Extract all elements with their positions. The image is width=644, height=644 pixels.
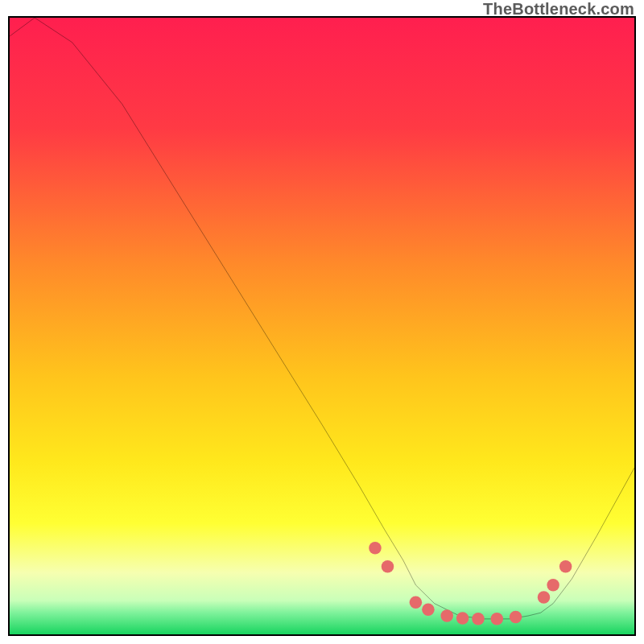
curve-dot bbox=[422, 604, 435, 617]
plot-area bbox=[8, 16, 636, 636]
curve-dot bbox=[456, 612, 469, 625]
curve-dot bbox=[382, 560, 394, 573]
bottleneck-curve bbox=[10, 18, 634, 634]
curve-dots bbox=[369, 542, 572, 625]
curve-dot bbox=[547, 579, 559, 592]
curve-dot bbox=[369, 542, 382, 555]
curve-dot bbox=[410, 596, 423, 609]
curve-dot bbox=[510, 611, 522, 624]
curve-dot bbox=[559, 560, 572, 573]
curve-dot bbox=[440, 609, 453, 622]
chart-frame bbox=[8, 16, 636, 636]
curve-path bbox=[10, 18, 634, 619]
curve-dot bbox=[472, 613, 485, 625]
curve-dot bbox=[491, 613, 504, 625]
curve-dot bbox=[538, 591, 551, 604]
